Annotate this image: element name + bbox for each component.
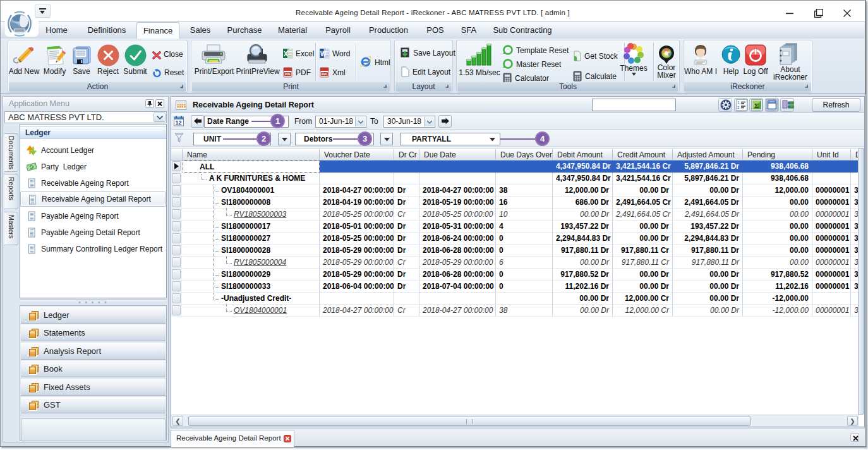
svg-text:Σ: Σ — [754, 102, 759, 109]
svg-text:1.: 1. — [737, 100, 740, 104]
svg-text:12: 12 — [176, 119, 182, 126]
svg-text:W: W — [320, 51, 327, 58]
svg-text:XML: XML — [322, 73, 328, 76]
svg-text:2.: 2. — [737, 106, 740, 109]
svg-text:X: X — [284, 51, 288, 58]
svg-text:PDF: PDF — [285, 73, 291, 76]
